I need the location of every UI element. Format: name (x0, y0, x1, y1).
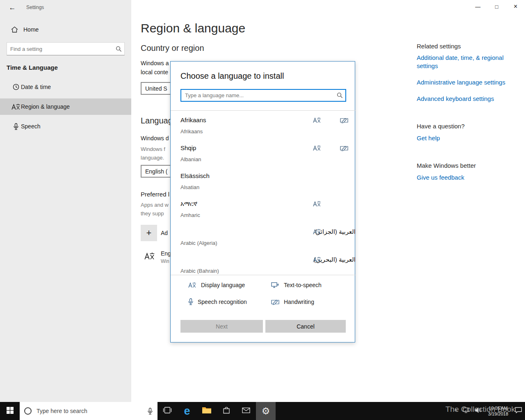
legend-speech-recognition: Speech recognition (188, 298, 271, 305)
link-additional-settings[interactable]: Additional date, time, & regional settin… (417, 54, 509, 70)
search-icon (113, 46, 124, 52)
speaker-icon (475, 407, 482, 415)
handwriting-icon (271, 299, 279, 305)
language-list-item-arabic-bahrain[interactable]: العربية (البحرين) Arabic (Bahrain) (171, 250, 356, 275)
language-list-item-arabic-algeria[interactable]: العربية (الجزائر) Arabic (Algeria) (171, 222, 356, 250)
display-language-icon (313, 256, 321, 265)
dialog-title: Choose a language to install (180, 71, 284, 81)
handwriting-icon (340, 145, 348, 153)
microphone-icon (11, 123, 21, 130)
task-view-button[interactable] (158, 402, 177, 420)
edge-icon: e (184, 405, 190, 418)
language-english-name: Arabic (Algeria) (180, 240, 356, 247)
action-center-button[interactable] (512, 402, 525, 420)
taskbar-clock[interactable]: 10:05 AM 3/19/2018 (484, 405, 512, 417)
windows-logo-icon (7, 407, 14, 415)
display-language-icon (313, 201, 321, 209)
related-settings-heading: Related settings (417, 43, 461, 50)
settings-taskbar-button[interactable]: ⚙ (256, 402, 276, 420)
app-title: Settings (26, 5, 44, 10)
country-region-heading: Country or region (141, 43, 204, 53)
preferred-desc-line2: they supp (141, 210, 164, 217)
sidebar-item-date-time[interactable]: Date & time (0, 79, 131, 95)
get-help-link[interactable]: Get help (417, 134, 509, 142)
give-feedback-link[interactable]: Give us feedback (417, 173, 509, 182)
display-language-icon (313, 228, 321, 237)
taskbar: Type here to search e (0, 402, 525, 420)
taskbar-search-box[interactable]: Type here to search (20, 402, 158, 420)
task-view-icon (163, 407, 172, 415)
start-button[interactable] (0, 402, 20, 420)
language-search-box[interactable] (180, 89, 346, 102)
language-capabilities-legend: Display language Text-to-speech Speech r… (171, 275, 356, 305)
store-button[interactable] (217, 402, 236, 420)
language-english-name: Albanian (180, 156, 356, 163)
language-native-name: العربية (الجزائر) (180, 228, 356, 236)
action-center-icon (515, 407, 522, 415)
next-button[interactable]: Next (180, 320, 263, 333)
language-list-item-afrikaans[interactable]: Afrikaans Afrikaans (171, 111, 356, 139)
preferred-languages-heading: Preferred l (141, 191, 169, 198)
language-list-item-shqip[interactable]: Shqip Albanian (171, 139, 356, 167)
volume-tray-button[interactable] (472, 402, 484, 420)
legend-label: Handwriting (284, 299, 314, 305)
hidden-icons-button[interactable]: ^ (452, 402, 460, 420)
language-native-name: Afrikaans (180, 116, 356, 124)
chevron-up-icon: ^ (454, 408, 457, 414)
sidebar-item-label: Date & time (21, 84, 51, 90)
file-explorer-button[interactable] (197, 402, 217, 420)
find-a-setting-search[interactable] (7, 42, 125, 55)
microphone-icon[interactable] (148, 408, 153, 415)
sidebar-item-speech[interactable]: Speech (0, 118, 131, 135)
edge-button[interactable]: e (177, 402, 197, 420)
display-language-label: Windows d (141, 135, 169, 142)
add-language-label: Ad (161, 230, 168, 236)
display-language-icon (188, 282, 196, 288)
display-language-value: English ( (145, 168, 167, 175)
search-icon (334, 92, 345, 98)
language-list-item-elsassisch[interactable]: Elsässisch Alsatian (171, 167, 356, 194)
country-description-line1: Windows a (141, 60, 169, 66)
handwriting-icon (340, 117, 348, 125)
legend-handwriting: Handwriting (271, 298, 356, 305)
sidebar-item-label: Region & language (21, 103, 70, 110)
sidebar-item-home[interactable]: Home (0, 22, 131, 37)
page-title: Region & language (141, 21, 245, 35)
home-label: Home (23, 26, 39, 33)
maximize-icon: □ (495, 4, 498, 10)
back-arrow-icon: ← (9, 4, 16, 12)
language-characters-icon (11, 103, 21, 110)
language-native-name: العربية (البحرين) (180, 256, 356, 264)
language-list-item-amharic[interactable]: አማርኛ Amharic (171, 194, 356, 222)
language-search-input[interactable] (181, 92, 334, 98)
settings-sidebar: ← Settings Home Time & Language Date & t… (0, 0, 131, 402)
home-icon (11, 26, 18, 33)
language-list: Afrikaans Afrikaans Shqip Albanian (171, 110, 356, 275)
language-english-name: Alsatian (180, 184, 356, 191)
minimize-button[interactable]: — (468, 0, 487, 13)
maximize-button[interactable]: □ (487, 0, 506, 13)
language-english-name: Afrikaans (180, 128, 356, 135)
sidebar-item-region-language[interactable]: Region & language (0, 98, 131, 115)
close-button[interactable]: × (506, 0, 525, 13)
display-language-icon (144, 252, 155, 269)
add-language-button[interactable]: + Ad (141, 225, 168, 241)
link-administrative-language-settings[interactable]: Administrative language settings (417, 78, 509, 87)
sidebar-section-title: Time & Language (7, 64, 58, 71)
legend-display-language: Display language (188, 282, 271, 288)
legend-label: Speech recognition (198, 299, 247, 305)
taskbar-search-placeholder: Type here to search (37, 408, 148, 414)
mail-button[interactable] (236, 402, 256, 420)
legend-label: Display language (201, 282, 245, 288)
minimize-icon: — (475, 4, 481, 10)
link-advanced-keyboard-settings[interactable]: Advanced keyboard settings (417, 95, 509, 103)
cortana-icon (24, 407, 32, 415)
clock-icon (11, 84, 21, 90)
cancel-button[interactable]: Cancel (265, 320, 346, 333)
display-language-icon (313, 117, 321, 125)
have-a-question-heading: Have a question? (417, 123, 465, 130)
gear-icon: ⚙ (262, 406, 270, 417)
network-tray-button[interactable] (460, 402, 472, 420)
find-a-setting-input[interactable] (7, 46, 113, 52)
back-button[interactable]: ← (6, 2, 19, 13)
